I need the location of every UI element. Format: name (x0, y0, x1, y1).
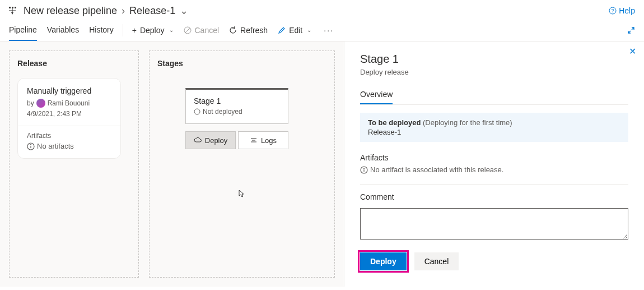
artifacts-label: Artifacts (27, 132, 111, 140)
svg-text:?: ? (612, 8, 614, 13)
tab-variables[interactable]: Variables (47, 20, 79, 41)
stage-logs-button[interactable]: Logs (238, 131, 288, 149)
cancel-action: Cancel (184, 26, 220, 35)
stages-panel-title: Stages (157, 59, 326, 68)
deploy-info-box: To be deployed (Deploying for the first … (360, 113, 628, 142)
stage-name: Stage 1 (194, 96, 280, 105)
panel-title: Stage 1 (360, 53, 628, 66)
release-date: 4/9/2021, 2:43 PM (27, 110, 111, 118)
divider (18, 126, 120, 126)
pencil-icon (278, 26, 286, 34)
svg-rect-1 (12, 7, 13, 8)
pipeline-icon (9, 7, 18, 15)
svg-rect-0 (9, 7, 11, 8)
stage-status: Not deployed (194, 108, 280, 116)
stages-panel: Stages Stage 1 Not deployed Deploy (149, 50, 335, 278)
info-icon (360, 166, 368, 174)
deploy-action[interactable]: + Deploy ⌄ (132, 26, 174, 35)
tab-pipeline[interactable]: Pipeline (9, 20, 37, 41)
breadcrumb-current[interactable]: Release-1 (129, 5, 175, 17)
release-trigger: Manually triggered (27, 86, 111, 95)
svg-line-6 (185, 28, 190, 33)
info-icon (27, 142, 35, 150)
cancel-button[interactable]: Cancel (414, 252, 459, 270)
stage-card[interactable]: Stage 1 Not deployed (185, 88, 288, 124)
breadcrumb-parent[interactable]: New release pipeline (24, 5, 117, 17)
avatar (36, 99, 45, 108)
tab-history[interactable]: History (89, 20, 114, 41)
cloud-icon (194, 136, 202, 144)
deploy-button[interactable]: Deploy (360, 252, 407, 270)
chevron-right-icon: › (122, 5, 125, 17)
more-actions[interactable]: ··· (324, 26, 334, 35)
svg-rect-2 (15, 7, 16, 8)
comment-label: Comment (360, 192, 628, 201)
comment-input[interactable] (360, 208, 628, 240)
edit-action[interactable]: Edit ⌄ (278, 26, 311, 35)
release-card[interactable]: Manually triggered by Rami Bououni 4/9/2… (17, 78, 121, 159)
no-artifacts: No artifacts (27, 142, 111, 150)
logs-icon (250, 136, 258, 144)
tab-overview[interactable]: Overview (360, 86, 393, 104)
deploy-panel: ✕ Stage 1 Deploy release Overview To be … (344, 42, 644, 287)
svg-point-10 (194, 109, 200, 114)
plus-icon: + (132, 26, 137, 35)
artifacts-section-title: Artifacts (360, 153, 628, 162)
no-artifact-message: No artifact is associated with this rele… (360, 165, 628, 174)
stage-deploy-button[interactable]: Deploy (185, 131, 236, 149)
cursor-icon (236, 189, 246, 200)
svg-point-9 (31, 144, 31, 145)
circle-icon (194, 108, 200, 115)
help-link[interactable]: ? Help (609, 6, 635, 15)
chevron-down-icon: ⌄ (307, 27, 311, 33)
release-author: by Rami Bououni (27, 99, 111, 108)
refresh-icon (229, 26, 237, 34)
chevron-down-icon[interactable]: ⌄ (180, 4, 188, 17)
chevron-down-icon: ⌄ (169, 27, 174, 33)
breadcrumb: New release pipeline › Release-1 ⌄ (24, 4, 188, 17)
divider (360, 184, 628, 185)
refresh-action[interactable]: Refresh (229, 26, 268, 35)
cancel-icon (184, 26, 192, 34)
svg-point-16 (364, 168, 365, 168)
release-panel-title: Release (17, 59, 130, 68)
close-button[interactable]: ✕ (629, 46, 636, 57)
expand-icon[interactable] (627, 26, 635, 34)
panel-subtitle: Deploy release (360, 68, 628, 76)
release-panel: Release Manually triggered by Rami Bouou… (9, 50, 139, 278)
separator (123, 24, 123, 36)
